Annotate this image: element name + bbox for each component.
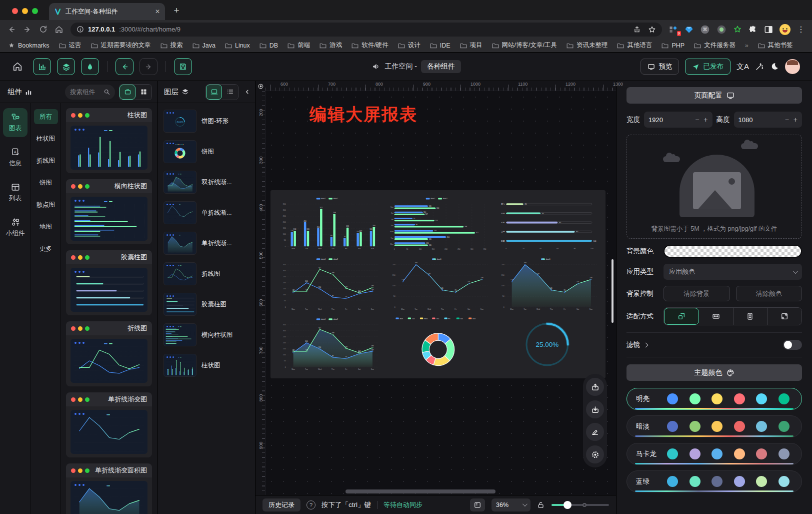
theme-color-dot[interactable] [690, 421, 700, 432]
theme-color-dot[interactable] [756, 476, 767, 487]
theme-color-dot[interactable] [756, 448, 767, 459]
app-home-icon[interactable] [12, 61, 23, 72]
bookmark-item[interactable]: 软件/硬件 [352, 41, 388, 50]
layer-item[interactable]: 折线图 [162, 261, 251, 287]
height-increase-button[interactable]: + [794, 116, 798, 124]
workspace-name[interactable]: 各种组件 [421, 60, 461, 73]
height-decrease-button[interactable]: − [785, 116, 789, 124]
zoom-slider-knob[interactable] [564, 501, 572, 509]
address-bar[interactable]: 127.0.0.1:3000/#/chart/home/9 [70, 23, 662, 37]
bookmark-item[interactable]: PHP [662, 42, 684, 49]
new-tab-button[interactable]: + [169, 3, 184, 18]
toggle-layers-panel-button[interactable] [57, 58, 75, 75]
lock-icon[interactable] [537, 501, 545, 509]
theme-color-dot[interactable] [734, 421, 745, 432]
zoom-slider[interactable] [552, 504, 609, 506]
theme-color-dot[interactable] [667, 448, 678, 459]
theme-color-dot[interactable] [778, 421, 790, 432]
extension-gem-icon[interactable] [684, 25, 694, 34]
single-view-toggle[interactable] [120, 85, 136, 100]
share-icon[interactable] [633, 26, 641, 34]
theme-color-dot[interactable] [690, 476, 700, 487]
width-decrease-button[interactable]: − [695, 116, 699, 124]
settings-gear-icon[interactable] [586, 445, 604, 463]
extensions-puzzle-icon[interactable] [748, 25, 758, 34]
width-increase-button[interactable]: + [704, 116, 708, 124]
bookmark-item[interactable]: 网站/博客/文章/工具 [492, 41, 557, 50]
category-item[interactable]: 柱状图 [34, 131, 58, 146]
theme-color-dot[interactable] [667, 393, 678, 404]
theme-row-马卡龙[interactable]: 马卡龙 [626, 443, 802, 465]
theme-color-dot[interactable] [778, 393, 790, 404]
zoom-select[interactable]: 36% [492, 498, 530, 511]
bookmarks-overflow[interactable]: » [745, 42, 748, 49]
publish-button[interactable]: 已发布 [685, 59, 730, 75]
fit-width-option[interactable] [699, 308, 734, 325]
extension-blocks-icon[interactable]: 9 [669, 25, 678, 34]
bookmark-item[interactable]: 资讯未整理 [566, 41, 608, 50]
category-item[interactable]: 折线图 [34, 153, 58, 168]
export-button[interactable] [586, 378, 604, 396]
theme-row-蓝绿[interactable]: 蓝绿 [626, 470, 802, 492]
edit-button[interactable] [586, 423, 604, 441]
vertical-scrollbar[interactable] [612, 259, 614, 323]
apply-type-select[interactable]: 应用颜色 [664, 264, 802, 280]
extension-command-icon[interactable]: ⌘ [700, 25, 710, 35]
bookmark-item[interactable]: IDE [430, 42, 450, 49]
bookmark-item[interactable]: 游戏 [320, 41, 342, 50]
sidebar-item-widgets[interactable]: 小组件 [3, 213, 28, 242]
layer-item[interactable]: 横向柱状图 [162, 322, 251, 348]
canvas-chart-gradient-area[interactable]: 050100150200MonTueWedThuFriSatSundata112… [493, 255, 602, 314]
layer-item[interactable]: 单折线渐... [162, 200, 251, 226]
bookmarks-root[interactable]: Bookmarks [8, 42, 50, 49]
bookmark-item[interactable]: Java [192, 42, 216, 49]
bottom-panel-toggle[interactable] [470, 498, 485, 511]
user-avatar[interactable] [785, 59, 800, 74]
layer-item[interactable]: 柱状图 [162, 352, 251, 378]
bookmark-item[interactable]: 运营 [59, 41, 82, 50]
bookmark-item[interactable]: 其他语言 [617, 41, 652, 50]
theme-color-dot[interactable] [712, 476, 722, 487]
filter-toggle[interactable] [783, 340, 802, 350]
sidebar-item-info[interactable]: A信息 [3, 143, 28, 172]
back-icon[interactable] [7, 25, 16, 34]
site-info-icon[interactable] [76, 26, 84, 33]
theme-color-dot[interactable] [756, 421, 767, 432]
other-bookmarks[interactable]: 其他书签 [758, 41, 793, 50]
collapse-layers-icon[interactable] [242, 89, 251, 95]
bookmark-item[interactable]: 文件服务器 [694, 41, 736, 50]
minimize-window-button[interactable] [22, 8, 28, 14]
clear-color-button[interactable]: 清除颜色 [736, 286, 802, 301]
help-icon[interactable]: ? [306, 500, 316, 509]
canvas[interactable]: 编辑大屏报表 050100150200250300350MonTueWedThu… [266, 91, 616, 495]
maximize-window-button[interactable] [32, 8, 38, 14]
tab-close-icon[interactable]: ✕ [155, 8, 160, 15]
ruler-corner[interactable] [256, 81, 266, 91]
toggle-detail-panel-button[interactable] [81, 58, 99, 75]
bookmark-item[interactable]: 项目 [460, 41, 482, 50]
browser-menu-icon[interactable]: ⋮ [797, 25, 805, 34]
browser-tab[interactable]: 工作空间-各种组件 ✕ [49, 3, 165, 20]
fit-height-option[interactable] [734, 308, 768, 325]
canvas-chart-pie[interactable]: MonTueWedThuFriSatSun [384, 315, 492, 374]
thumbnail-view-toggle[interactable] [206, 85, 222, 100]
redo-button[interactable] [140, 58, 158, 75]
layer-item[interactable]: 双折线渐... [162, 169, 251, 195]
theme-color-dot[interactable] [756, 393, 767, 404]
theme-color-dot[interactable] [712, 393, 722, 404]
theme-color-dot[interactable] [778, 476, 790, 487]
component-card[interactable]: 胶囊柱图 [66, 250, 152, 315]
theme-color-dot[interactable] [734, 448, 745, 459]
category-item[interactable]: 地图 [34, 219, 58, 234]
chart-board[interactable]: 050100150200250300350MonTueWedThuFriSatS… [270, 190, 606, 378]
canvas-chart-line[interactable]: 050100150200250300350MonTueWedThuFriSatS… [274, 255, 383, 314]
canvas-title-text[interactable]: 编辑大屏报表 [310, 103, 418, 126]
layer-item[interactable]: 单折线渐... [162, 230, 251, 256]
canvas-chart-ring[interactable]: 25.00% [493, 315, 602, 374]
theme-row-暗淡[interactable]: 暗淡 [626, 415, 802, 437]
clear-background-button[interactable]: 清除背景 [664, 286, 730, 301]
undo-button[interactable] [116, 58, 134, 75]
canvas-chart-hbar[interactable]: 050100150200250300350SunSatFriThuWedTueM… [384, 194, 492, 254]
theme-color-dot[interactable] [690, 448, 700, 459]
chevron-right-icon[interactable] [644, 342, 648, 347]
